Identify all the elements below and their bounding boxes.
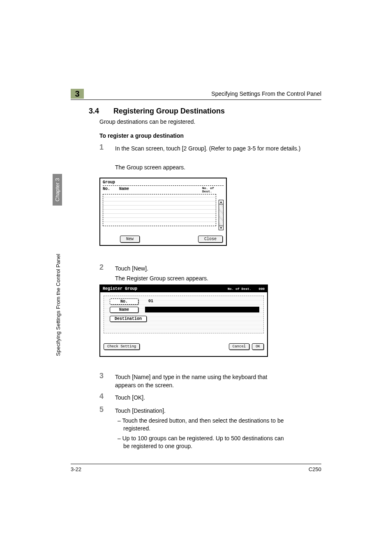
- close-button[interactable]: Close: [198, 236, 223, 243]
- new-button[interactable]: New: [120, 236, 140, 243]
- chapter-marker: 3: [71, 89, 84, 99]
- register-fields: No. 01 Name Destination: [104, 296, 264, 333]
- step2-after: The Register Group screen appears.: [115, 275, 208, 283]
- footer-model: C250: [309, 466, 321, 472]
- scroll-down-icon[interactable]: ▼: [219, 226, 223, 230]
- running-header: Specifying Settings From the Control Pan…: [211, 90, 321, 97]
- scroll-up-icon[interactable]: ▲: [219, 200, 223, 204]
- divider: [103, 185, 224, 186]
- step1-number: 1: [99, 143, 104, 152]
- scrollbar[interactable]: ▲ ▼: [219, 200, 224, 230]
- group-screen: Group No. Name No. of Dest. ▲ ▼ New Clos…: [99, 178, 227, 246]
- register-titlebar: Register Group No. of Dest. 000: [100, 285, 267, 292]
- step5-bullet1: – Touch the desired button, and then sel…: [123, 417, 292, 433]
- group-list: [103, 194, 216, 226]
- section-intro: Group destinations can be registered.: [99, 118, 195, 125]
- group-screen-title: Group: [100, 178, 226, 185]
- name-button[interactable]: Name: [110, 307, 138, 313]
- subsection-title: To register a group destination: [99, 132, 184, 139]
- group-columns: No. Name No. of Dest.: [100, 187, 226, 193]
- col-dest: No. of Dest.: [202, 187, 224, 193]
- register-group-screen: Register Group No. of Dest. 000 No. 01 N…: [99, 284, 268, 357]
- section-title: Registering Group Destinations: [113, 107, 225, 116]
- page: 3 Specifying Settings From the Control P…: [0, 0, 392, 555]
- register-title: Register Group: [103, 287, 137, 291]
- dest-count-value: 000: [259, 287, 265, 291]
- col-name: Name: [119, 187, 202, 193]
- destination-button[interactable]: Destination: [110, 316, 147, 322]
- register-body: No. 01 Name Destination Check Setting Ca…: [100, 292, 267, 352]
- cancel-button[interactable]: Cancel: [229, 343, 249, 350]
- step1-after: The Group screen appears.: [115, 164, 185, 172]
- group-button-row: New Close: [100, 236, 226, 243]
- register-button-row: Check Setting Cancel OK: [104, 343, 264, 350]
- step5-text: Touch [Destination]. – Touch the desired…: [115, 407, 292, 451]
- sidebar-chapter: Chapter 3: [53, 174, 62, 206]
- step3-text: Touch [Name] and type in the name using …: [115, 373, 288, 389]
- no-value: 01: [145, 298, 157, 304]
- footer-page: 3-22: [71, 466, 81, 472]
- section-number: 3.4: [89, 107, 99, 116]
- dest-count-label: No. of Dest.: [228, 287, 251, 291]
- step5-number: 5: [99, 405, 104, 414]
- col-no: No.: [103, 187, 119, 193]
- footer-rule: [71, 464, 321, 464]
- no-field: No.: [110, 298, 138, 305]
- step4-text: Touch [OK].: [115, 394, 145, 402]
- step1-text: In the Scan screen, touch [2 Group]. (Re…: [115, 145, 300, 153]
- step2-text: Touch [New].: [115, 265, 148, 273]
- step4-number: 4: [99, 392, 104, 401]
- ok-button[interactable]: OK: [252, 343, 264, 350]
- step5-bullet2: – Up to 100 groups can be registered. Up…: [123, 435, 292, 451]
- header-rule: [71, 99, 321, 100]
- step2-number: 2: [99, 263, 104, 272]
- step5-main: Touch [Destination].: [115, 407, 166, 414]
- check-setting-button[interactable]: Check Setting: [104, 343, 140, 350]
- name-value: [145, 307, 259, 312]
- sidebar-title: Specifying Settings From the Control Pan…: [55, 254, 61, 356]
- step3-number: 3: [99, 372, 104, 380]
